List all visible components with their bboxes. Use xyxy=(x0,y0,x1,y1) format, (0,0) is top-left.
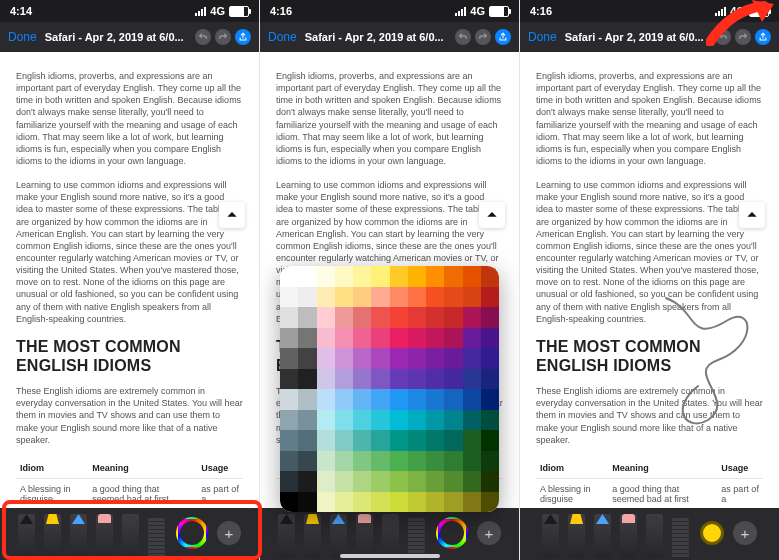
color-swatch[interactable] xyxy=(317,369,335,390)
color-swatch[interactable] xyxy=(408,369,426,390)
color-swatch[interactable] xyxy=(280,328,298,349)
ruler-tool[interactable] xyxy=(148,518,165,558)
color-swatch[interactable] xyxy=(463,451,481,472)
color-swatch[interactable] xyxy=(280,471,298,492)
lasso-tool[interactable] xyxy=(122,514,139,558)
color-swatch[interactable] xyxy=(353,451,371,472)
color-swatch[interactable] xyxy=(317,492,335,513)
color-swatch[interactable] xyxy=(298,492,316,513)
color-swatch[interactable] xyxy=(335,389,353,410)
color-swatch[interactable] xyxy=(353,287,371,308)
color-swatch[interactable] xyxy=(408,389,426,410)
color-swatch[interactable] xyxy=(481,430,499,451)
undo-button[interactable] xyxy=(195,29,211,45)
pencil-tool[interactable] xyxy=(330,514,347,558)
color-swatch[interactable] xyxy=(463,328,481,349)
color-swatch[interactable] xyxy=(298,348,316,369)
color-swatch[interactable] xyxy=(463,287,481,308)
color-swatch[interactable] xyxy=(280,369,298,390)
color-swatch[interactable] xyxy=(298,471,316,492)
redo-button[interactable] xyxy=(735,29,751,45)
color-swatch[interactable] xyxy=(353,471,371,492)
scroll-top-button[interactable] xyxy=(739,202,765,228)
color-swatch[interactable] xyxy=(390,492,408,513)
color-swatch[interactable] xyxy=(371,348,389,369)
color-swatch[interactable] xyxy=(353,410,371,431)
color-swatch[interactable] xyxy=(481,451,499,472)
eraser-tool[interactable] xyxy=(96,514,113,558)
color-swatch[interactable] xyxy=(408,307,426,328)
color-swatch[interactable] xyxy=(335,307,353,328)
color-swatch[interactable] xyxy=(371,328,389,349)
add-button[interactable]: + xyxy=(217,521,241,545)
color-swatch[interactable] xyxy=(390,430,408,451)
color-swatch[interactable] xyxy=(390,369,408,390)
color-swatch[interactable] xyxy=(335,451,353,472)
color-swatch[interactable] xyxy=(426,492,444,513)
color-swatch[interactable] xyxy=(481,471,499,492)
color-swatch[interactable] xyxy=(408,266,426,287)
color-swatch[interactable] xyxy=(335,471,353,492)
color-swatch[interactable] xyxy=(353,307,371,328)
color-swatch[interactable] xyxy=(371,369,389,390)
pencil-tool[interactable] xyxy=(594,514,611,558)
color-swatch[interactable] xyxy=(353,430,371,451)
color-swatch[interactable] xyxy=(317,430,335,451)
color-swatch[interactable] xyxy=(335,266,353,287)
color-swatch[interactable] xyxy=(298,287,316,308)
color-swatch[interactable] xyxy=(444,471,462,492)
color-swatch[interactable] xyxy=(463,430,481,451)
color-swatch[interactable] xyxy=(426,430,444,451)
color-swatch[interactable] xyxy=(280,266,298,287)
color-swatch[interactable] xyxy=(371,266,389,287)
share-button[interactable] xyxy=(755,29,771,45)
color-swatch[interactable] xyxy=(317,410,335,431)
color-swatch[interactable] xyxy=(408,451,426,472)
color-swatch[interactable] xyxy=(335,410,353,431)
color-swatch[interactable] xyxy=(426,328,444,349)
color-swatch[interactable] xyxy=(390,471,408,492)
add-button[interactable]: + xyxy=(733,521,757,545)
lasso-tool[interactable] xyxy=(646,514,663,558)
color-swatch[interactable] xyxy=(371,492,389,513)
color-swatch[interactable] xyxy=(463,389,481,410)
color-swatch[interactable] xyxy=(371,471,389,492)
color-swatch[interactable] xyxy=(280,430,298,451)
color-swatch[interactable] xyxy=(426,410,444,431)
color-swatch[interactable] xyxy=(444,389,462,410)
color-swatch[interactable] xyxy=(426,266,444,287)
color-swatch[interactable] xyxy=(408,328,426,349)
color-swatch[interactable] xyxy=(408,471,426,492)
lasso-tool[interactable] xyxy=(382,514,399,558)
color-swatch[interactable] xyxy=(353,369,371,390)
color-swatch[interactable] xyxy=(426,369,444,390)
color-picker-button[interactable] xyxy=(700,521,724,545)
redo-button[interactable] xyxy=(475,29,491,45)
color-swatch[interactable] xyxy=(371,410,389,431)
color-swatch[interactable] xyxy=(298,369,316,390)
color-swatch[interactable] xyxy=(335,348,353,369)
highlighter-tool[interactable] xyxy=(304,514,321,558)
color-swatch[interactable] xyxy=(353,348,371,369)
color-swatch[interactable] xyxy=(444,451,462,472)
color-swatch[interactable] xyxy=(317,266,335,287)
color-swatch[interactable] xyxy=(444,492,462,513)
done-button[interactable]: Done xyxy=(528,30,557,44)
color-swatch[interactable] xyxy=(335,492,353,513)
highlighter-tool[interactable] xyxy=(568,514,585,558)
pen-tool[interactable] xyxy=(278,514,295,558)
color-swatch[interactable] xyxy=(390,410,408,431)
color-swatch[interactable] xyxy=(444,430,462,451)
color-swatch[interactable] xyxy=(298,451,316,472)
color-swatch[interactable] xyxy=(426,471,444,492)
color-swatch[interactable] xyxy=(335,328,353,349)
color-swatch[interactable] xyxy=(444,307,462,328)
done-button[interactable]: Done xyxy=(268,30,297,44)
color-swatch[interactable] xyxy=(371,451,389,472)
pen-tool[interactable] xyxy=(18,514,35,558)
eraser-tool[interactable] xyxy=(356,514,373,558)
color-swatch[interactable] xyxy=(335,369,353,390)
color-swatch[interactable] xyxy=(390,348,408,369)
color-swatch[interactable] xyxy=(463,369,481,390)
color-swatch[interactable] xyxy=(298,389,316,410)
